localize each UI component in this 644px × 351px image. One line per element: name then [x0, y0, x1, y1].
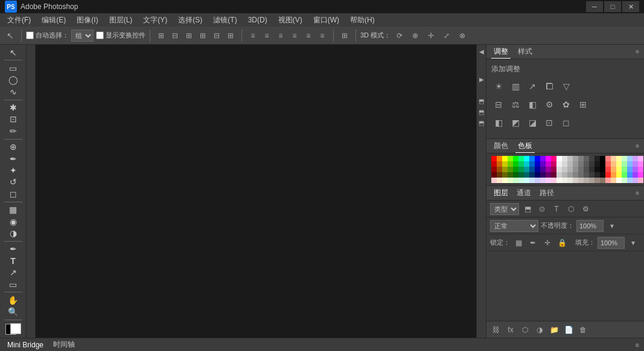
swatch[interactable]: [627, 161, 633, 167]
swatch[interactable]: [611, 156, 616, 161]
swatch[interactable]: [551, 178, 556, 183]
tool-move[interactable]: ↖: [5, 47, 21, 57]
tool-heal[interactable]: ⊕: [5, 141, 21, 152]
swatch[interactable]: [562, 161, 567, 167]
swatch[interactable]: [600, 172, 605, 178]
align-left-icon[interactable]: ⊞: [155, 29, 168, 42]
swatch[interactable]: [584, 172, 589, 178]
adj-colorlookup-icon[interactable]: ⊞: [576, 97, 590, 112]
adj-curves-icon[interactable]: ↗: [525, 79, 540, 94]
background-color[interactable]: [10, 323, 21, 334]
swatch[interactable]: [578, 178, 584, 183]
swatch[interactable]: [600, 156, 605, 161]
lock-position-icon[interactable]: ✛: [541, 237, 553, 249]
swatch[interactable]: [589, 178, 595, 183]
3d-pan-icon[interactable]: ✛: [424, 29, 438, 42]
swatch[interactable]: [491, 156, 497, 161]
layer-folder-icon[interactable]: 📁: [548, 324, 560, 336]
swatch[interactable]: [535, 167, 540, 172]
swatch[interactable]: [497, 178, 502, 183]
swatch[interactable]: [546, 156, 551, 161]
menu-item-i[interactable]: 图像(I): [72, 14, 103, 27]
swatch[interactable]: [524, 172, 529, 178]
swatch[interactable]: [497, 156, 502, 161]
swatch[interactable]: [567, 167, 573, 172]
strip-expand-icon[interactable]: ▶: [477, 75, 486, 83]
swatch[interactable]: [546, 178, 551, 183]
swatch[interactable]: [589, 156, 595, 161]
swatch[interactable]: [633, 167, 638, 172]
swatch[interactable]: [578, 161, 584, 167]
swatch[interactable]: [616, 172, 622, 178]
swatch[interactable]: [529, 167, 535, 172]
swatch[interactable]: [611, 172, 616, 178]
minimize-button[interactable]: ─: [586, 1, 603, 12]
swatch[interactable]: [616, 161, 622, 167]
swatch[interactable]: [508, 161, 513, 167]
swatch[interactable]: [529, 161, 535, 167]
menu-item-s[interactable]: 选择(S): [173, 14, 207, 27]
adj-vibrance-icon[interactable]: ▽: [559, 79, 573, 94]
swatch[interactable]: [529, 178, 535, 183]
swatch[interactable]: [491, 178, 497, 183]
layer-link-icon[interactable]: ⛓: [490, 324, 502, 336]
bottom-panel-menu[interactable]: ≡: [636, 341, 639, 349]
swatch[interactable]: [567, 161, 573, 167]
swatch[interactable]: [578, 167, 584, 172]
layers-filter-icon-5[interactable]: ⚙: [579, 203, 591, 215]
menu-item-h[interactable]: 帮助(H): [345, 14, 380, 27]
adjustment-panel-menu[interactable]: ≡: [636, 48, 639, 55]
maximize-button[interactable]: □: [604, 1, 621, 12]
tool-path[interactable]: ↗: [5, 267, 21, 277]
tool-lasso[interactable]: ∿: [5, 86, 21, 97]
tool-zoom[interactable]: 🔍: [5, 306, 21, 317]
swatch[interactable]: [502, 156, 508, 161]
swatch[interactable]: [513, 178, 518, 183]
swatch[interactable]: [595, 167, 600, 172]
swatch[interactable]: [524, 156, 529, 161]
swatch[interactable]: [611, 161, 616, 167]
swatch[interactable]: [611, 178, 616, 183]
adjustment-tab-style[interactable]: 样式: [515, 45, 535, 58]
swatch[interactable]: [535, 178, 540, 183]
lock-transparent-icon[interactable]: ▦: [512, 237, 524, 249]
align-center-v-icon[interactable]: ⊟: [210, 29, 223, 42]
swatch[interactable]: [578, 156, 584, 161]
swatch[interactable]: [513, 161, 518, 167]
swatch[interactable]: [556, 167, 562, 172]
swatch[interactable]: [518, 167, 524, 172]
menu-item-y[interactable]: 文字(Y): [138, 14, 172, 27]
swatch[interactable]: [622, 156, 627, 161]
dist-center-h-icon[interactable]: ≡: [260, 29, 273, 42]
swatch[interactable]: [616, 167, 622, 172]
3d-slide-icon[interactable]: ⤢: [440, 29, 453, 42]
swatch[interactable]: [540, 156, 546, 161]
swatch[interactable]: [589, 167, 595, 172]
swatch[interactable]: [622, 161, 627, 167]
tool-blur[interactable]: ◉: [5, 216, 21, 227]
layer-fx-icon[interactable]: fx: [505, 324, 517, 336]
swatch[interactable]: [638, 178, 643, 183]
swatch[interactable]: [600, 161, 605, 167]
opacity-down-icon[interactable]: ▾: [606, 220, 618, 232]
swatch[interactable]: [589, 161, 595, 167]
swatch[interactable]: [567, 172, 573, 178]
swatch[interactable]: [584, 167, 589, 172]
align-center-h-icon[interactable]: ⊟: [168, 29, 182, 42]
3d-rotate-icon[interactable]: ⟳: [393, 29, 406, 42]
swatch[interactable]: [567, 178, 573, 183]
dist-top-icon[interactable]: ≡: [288, 29, 301, 42]
swatch[interactable]: [491, 172, 497, 178]
swatch[interactable]: [540, 172, 546, 178]
dist-center-v-icon[interactable]: ≡: [302, 29, 315, 42]
close-button[interactable]: ✕: [622, 1, 639, 12]
swatch[interactable]: [540, 178, 546, 183]
swatch[interactable]: [491, 167, 497, 172]
layers-filter-icon-2[interactable]: ⊙: [536, 203, 548, 215]
swatch[interactable]: [502, 161, 508, 167]
swatch[interactable]: [605, 161, 611, 167]
menu-item-l[interactable]: 图层(L): [104, 14, 138, 27]
swatch[interactable]: [627, 156, 633, 161]
strip-panel-icon-2[interactable]: ⬒: [477, 108, 486, 116]
auto-select-dropdown[interactable]: 组: [71, 30, 94, 42]
